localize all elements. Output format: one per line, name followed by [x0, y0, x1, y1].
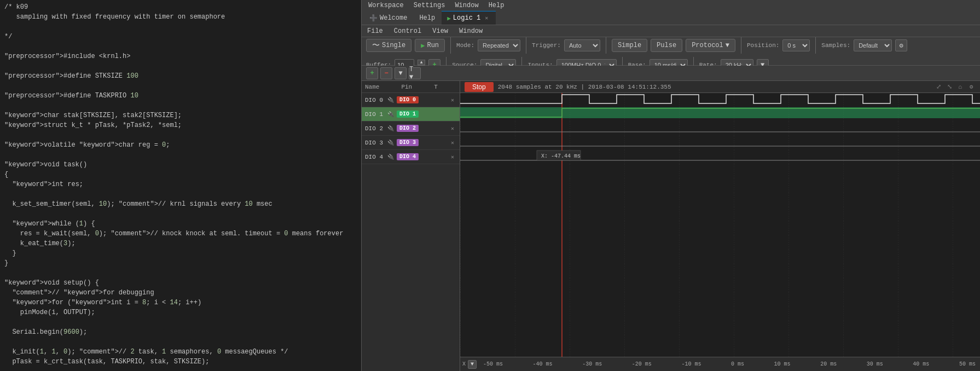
protocol-chevron: ▼ — [726, 42, 729, 49]
menu-window[interactable]: Window — [450, 0, 483, 11]
pin-col-header: Pin — [401, 84, 412, 90]
channel-row-4[interactable]: DIO 4 🔌 DIO 4 ✕ — [362, 150, 460, 164]
settings2-icon[interactable]: ⚙ — [967, 83, 976, 91]
cursor-tooltip-svg: X: -47.44 ms — [537, 150, 581, 160]
channel-name-2: DIO 2 — [365, 125, 385, 132]
channel-badge-1: DIO 1 — [397, 111, 419, 118]
waveform-svg: X: -47.44 ms — [460, 93, 980, 371]
tab-logic1-label: Logic 1 — [453, 14, 480, 22]
single-button[interactable]: 〜 Single — [366, 39, 411, 52]
stop-button[interactable]: Stop — [465, 82, 494, 92]
buffer-up-btn[interactable]: ▲ — [417, 60, 425, 65]
toolbar-divider-3 — [606, 37, 606, 54]
waveform-info: 2048 samples at 20 kHz | 2018-03-08 14:5… — [498, 84, 671, 90]
fit-icon[interactable]: ⤢ — [934, 83, 943, 91]
remove-channel-btn[interactable]: − — [380, 67, 392, 79]
channel-name-4: DIO 4 — [365, 154, 385, 160]
name-col-header: Name — [365, 84, 379, 90]
tab-welcome[interactable]: ➕ Welcome — [364, 11, 413, 25]
toolbar: 〜 Single ▶ Run Mode: Repeated Single Tri… — [362, 37, 980, 66]
channel-badge-3: DIO 3 — [397, 139, 419, 146]
channel-pin-icon-3: 🔌 — [387, 139, 395, 147]
logic-analyzer-panel: Workspace Settings Window Help ➕ Welcome… — [361, 0, 980, 371]
channel-pin-icon-2: 🔌 — [387, 125, 395, 132]
code-content: /* k09 sampling with fixed frequency wit… — [4, 2, 357, 371]
menu-help[interactable]: Help — [484, 0, 509, 11]
menu-settings[interactable]: Settings — [409, 0, 450, 11]
svg-rect-1 — [460, 93, 980, 371]
tab-logic1-close[interactable]: ✕ — [483, 14, 490, 22]
home-icon[interactable]: ⌂ — [956, 83, 965, 91]
channel-pin-icon-4: 🔌 — [387, 153, 395, 161]
protocol-button[interactable]: Protocol ▼ — [686, 39, 735, 52]
dio1-signal — [460, 107, 980, 118]
submenu-control[interactable]: Control — [388, 25, 427, 37]
channel-rows: DIO 0 🔌 DIO 0 ✕ DIO 1 🔌 DIO 1 DIO 2 🔌 DI… — [362, 93, 460, 164]
mode-label: Mode: — [456, 42, 474, 49]
pulse-button[interactable]: Pulse — [651, 39, 682, 52]
channel-x-btn-3[interactable]: ✕ — [449, 139, 456, 147]
waveform-icon: 〜 — [372, 40, 380, 50]
channel-name-3: DIO 3 — [365, 140, 385, 146]
position-select[interactable]: 0 s — [782, 39, 810, 51]
timeline-marker-0: -50 ms — [483, 361, 503, 367]
timeline-marker-2: -30 ms — [582, 361, 602, 367]
toolbar-divider-2 — [526, 37, 526, 54]
trigger-label: Trigger: — [532, 42, 561, 49]
tab-help[interactable]: Help — [414, 11, 440, 25]
trigger-select[interactable]: Auto Normal — [564, 39, 600, 51]
channel-x-btn-4[interactable]: ✕ — [449, 153, 456, 161]
zoom-out-icon[interactable]: ⤡ — [945, 83, 954, 91]
corner-icons: ⤢ ⤡ ⌂ ⚙ — [934, 83, 976, 91]
run-icon: ▶ — [447, 15, 451, 22]
simple-label: Simple — [618, 42, 641, 49]
channel-list: Name Pin T DIO 0 🔌 DIO 0 ✕ DIO 1 🔌 DIO 1… — [362, 81, 460, 371]
sub-menu-bar: File Control View Window — [362, 25, 980, 37]
mode-select[interactable]: Repeated Single — [478, 39, 520, 51]
svg-rect-3 — [460, 107, 980, 118]
channel-chevron-btn[interactable]: ▼ — [395, 67, 407, 79]
run-label: Run — [427, 42, 439, 49]
zoom-expand-btn[interactable]: ▼ — [468, 360, 477, 369]
timeline-marker-7: 20 ms — [820, 361, 837, 367]
waveform-header-area: Stop 2048 samples at 20 kHz | 2018-03-08… — [460, 81, 980, 93]
add-channel-btn[interactable]: + — [366, 67, 378, 79]
channel-badge-4: DIO 4 — [397, 153, 419, 160]
run-button[interactable]: ▶ Run — [415, 39, 445, 52]
run-play-icon: ▶ — [421, 42, 425, 50]
timeline-markers: -50 ms-40 ms-30 ms-20 ms-10 ms0 ms10 ms2… — [481, 361, 978, 367]
channel-x-btn-0[interactable]: ✕ — [449, 96, 456, 104]
svg-text:X: -47.44 ms: X: -47.44 ms — [541, 153, 581, 159]
timeline-marker-10: 50 ms — [959, 361, 976, 367]
code-panel: /* k09 sampling with fixed frequency wit… — [0, 0, 361, 371]
channel-x-btn-2[interactable]: ✕ — [449, 125, 456, 132]
menu-workspace[interactable]: Workspace — [364, 0, 408, 11]
zoom-x-label: X — [462, 361, 466, 367]
channel-toolbar: + − ▼ T ▼ — [362, 66, 980, 81]
timeline-marker-3: -20 ms — [632, 361, 652, 367]
channel-row-0[interactable]: DIO 0 🔌 DIO 0 ✕ — [362, 93, 460, 107]
channel-row-1[interactable]: DIO 1 🔌 DIO 1 — [362, 107, 460, 121]
submenu-file[interactable]: File — [362, 25, 388, 37]
channel-name-0: DIO 0 — [365, 97, 385, 103]
simple-button[interactable]: Simple — [612, 39, 647, 52]
tab-logic1[interactable]: ▶ Logic 1 ✕ — [442, 11, 496, 25]
timeline-marker-9: 40 ms — [913, 361, 929, 367]
samples-select[interactable]: Default — [854, 39, 892, 51]
settings-icon-btn[interactable]: ⚙ — [895, 39, 907, 51]
submenu-view[interactable]: View — [427, 25, 454, 37]
waveform-canvas[interactable]: Stop 2048 samples at 20 kHz | 2018-03-08… — [460, 81, 980, 371]
channel-row-2[interactable]: DIO 2 🔌 DIO 2 ✕ — [362, 121, 460, 136]
channel-list-header: Name Pin T — [362, 81, 460, 93]
submenu-window[interactable]: Window — [454, 25, 488, 37]
timeline-marker-6: 10 ms — [774, 361, 791, 367]
protocol-label: Protocol — [692, 42, 723, 49]
timeline-marker-8: 30 ms — [867, 361, 883, 367]
tab-welcome-label: Welcome — [380, 14, 407, 22]
timeline-marker-5: 0 ms — [731, 361, 744, 367]
timeline-marker-4: -10 ms — [681, 361, 701, 367]
t-btn[interactable]: T ▼ — [409, 67, 421, 79]
toolbar-divider-5 — [815, 37, 816, 54]
channel-badge-0: DIO 0 — [397, 96, 419, 103]
channel-row-3[interactable]: DIO 3 🔌 DIO 3 ✕ — [362, 136, 460, 150]
